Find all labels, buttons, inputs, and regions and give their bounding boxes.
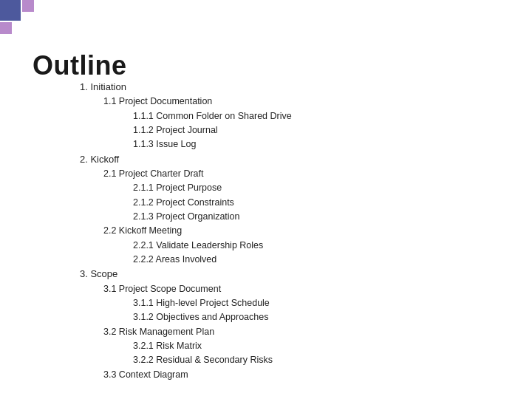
- section-3: 3. Scope: [80, 267, 292, 282]
- corner-decoration: [0, 0, 44, 44]
- section-3-1: 3.1 Project Scope Document: [103, 282, 292, 296]
- section-2-2: 2.2 Kickoff Meeting: [103, 224, 292, 238]
- section-2-1-3: 2.1.3 Project Organization: [133, 210, 292, 224]
- section-1-1-2: 1.1.2 Project Journal: [133, 123, 292, 137]
- outline-content: 1. Initiation 1.1 Project Documentation …: [80, 80, 292, 382]
- section-2-2-1: 2.2.1 Validate Leadership Roles: [133, 239, 292, 253]
- section-2: 2. Kickoff: [80, 152, 292, 167]
- section-2-1-2: 2.1.2 Project Constraints: [133, 196, 292, 210]
- section-3-2-2: 3.2.2 Residual & Secondary Risks: [133, 353, 292, 367]
- section-2-1: 2.1 Project Charter Draft: [103, 167, 292, 181]
- section-3-2: 3.2 Risk Management Plan: [103, 325, 292, 339]
- page-title: Outline: [33, 50, 127, 81]
- section-1-1-1: 1.1.1 Common Folder on Shared Drive: [133, 109, 292, 123]
- section-1-1-3: 1.1.3 Issue Log: [133, 137, 292, 151]
- section-1-1: 1.1 Project Documentation: [103, 95, 292, 109]
- section-3-1-2: 3.1.2 Objectives and Approaches: [133, 310, 292, 324]
- section-3-1-1: 3.1.1 High-level Project Schedule: [133, 296, 292, 310]
- section-2-1-1: 2.1.1 Project Purpose: [133, 181, 292, 195]
- section-2-2-2: 2.2.2 Areas Involved: [133, 253, 292, 267]
- section-3-2-1: 3.2.1 Risk Matrix: [133, 339, 292, 353]
- section-1: 1. Initiation: [80, 80, 292, 95]
- section-3-3: 3.3 Context Diagram: [103, 368, 292, 382]
